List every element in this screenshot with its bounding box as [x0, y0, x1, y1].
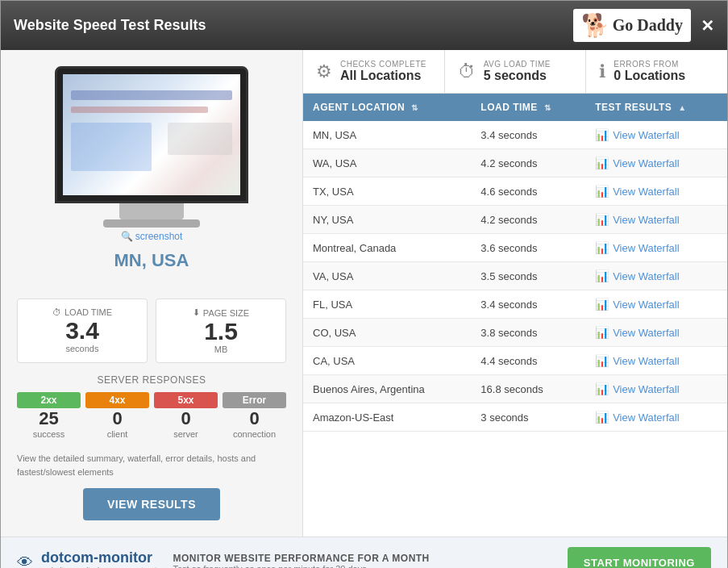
right-panel: ⚙ CHECKS COMPLETE All Locations ⏱ AVG LO…: [303, 50, 727, 537]
title-bar-right: 🐕 Go Daddy ✕: [573, 9, 714, 42]
window-title: Website Speed Test Results: [14, 17, 206, 34]
cell-waterfall: 📊 View Waterfall: [585, 403, 727, 432]
avg-load-item: ⏱ AVG LOAD TIME 5 seconds: [445, 50, 587, 93]
brand-name: dotcom-monitor: [41, 549, 156, 567]
content-area: 🔍 screenshot MN, USA ⏱ LOAD TIME 3.4 sec…: [1, 50, 727, 537]
errors-item: ℹ ERRORS FROM 0 Locations: [586, 50, 727, 93]
monitor-screen-frame: [55, 66, 248, 203]
bar-chart-icon: 📊: [595, 157, 609, 169]
server-responses-title: SERVER RESPONSES: [17, 374, 286, 386]
col-test-results[interactable]: TEST RESULTS ▲: [585, 94, 727, 121]
code-column: Error 0 connection: [223, 392, 286, 439]
cell-waterfall: 📊 View Waterfall: [585, 234, 727, 262]
code-name: client: [85, 429, 149, 439]
cell-load-time: 3.8 seconds: [471, 319, 585, 347]
code-badge: 2xx: [17, 392, 81, 408]
results-table-container: AGENT LOCATION ⇅ LOAD TIME ⇅ TEST RESULT…: [303, 94, 727, 537]
bar-chart-icon: 📊: [595, 185, 609, 198]
code-column: 5xx 0 server: [154, 392, 218, 439]
avg-load-text: AVG LOAD TIME 5 seconds: [484, 60, 551, 83]
cell-load-time: 4.2 seconds: [471, 149, 585, 178]
load-time-unit: seconds: [26, 344, 139, 353]
waterfall-link[interactable]: 📊 View Waterfall: [595, 185, 718, 198]
cell-location: VA, USA: [303, 262, 471, 290]
response-codes-row: 2xx 25 success 4xx 0 client 5xx 0 server…: [17, 392, 286, 439]
description-text: View the detailed summary, waterfall, er…: [1, 442, 302, 488]
left-panel: 🔍 screenshot MN, USA ⏱ LOAD TIME 3.4 sec…: [1, 50, 303, 537]
cell-location: Buenos Aires, Argentina: [303, 375, 471, 403]
start-monitoring-button[interactable]: START MONITORING: [568, 547, 711, 568]
waterfall-link[interactable]: 📊 View Waterfall: [595, 269, 718, 282]
cell-load-time: 3.6 seconds: [471, 234, 585, 262]
sort-icon-loadtime: ⇅: [544, 103, 551, 112]
cell-location: FL, USA: [303, 290, 471, 319]
screenshot-link-text[interactable]: screenshot: [135, 231, 183, 242]
monitor-mockup: [55, 66, 248, 228]
screen-element-3: [71, 123, 152, 171]
screenshot-link[interactable]: 🔍 screenshot: [121, 231, 183, 242]
screen-element-4: [168, 123, 232, 155]
cell-load-time: 3.4 seconds: [471, 290, 585, 319]
waterfall-link[interactable]: 📊 View Waterfall: [595, 326, 718, 339]
view-results-button[interactable]: VIEW RESULTS: [83, 488, 220, 520]
dotcom-logo: dotcom-monitor website monitoring you ca…: [41, 549, 156, 568]
checks-value: All Locations: [340, 69, 426, 83]
bar-chart-icon: 📊: [595, 241, 609, 254]
code-count: 25: [17, 408, 81, 429]
cell-location: Montreal, Canada: [303, 234, 471, 262]
cell-waterfall: 📊 View Waterfall: [585, 347, 727, 375]
download-icon: ⬇: [193, 307, 200, 318]
bar-chart-icon: 📊: [595, 382, 609, 395]
cell-waterfall: 📊 View Waterfall: [585, 262, 727, 290]
cell-load-time: 3 seconds: [471, 403, 585, 432]
waterfall-link[interactable]: 📊 View Waterfall: [595, 241, 718, 254]
bar-chart-icon: 📊: [595, 411, 609, 424]
waterfall-link[interactable]: 📊 View Waterfall: [595, 298, 718, 311]
cell-location: Amazon-US-East: [303, 403, 471, 432]
table-row: FL, USA 3.4 seconds 📊 View Waterfall: [303, 290, 727, 319]
col-agent-location[interactable]: AGENT LOCATION ⇅: [303, 94, 471, 121]
screenshot-area: 🔍 screenshot MN, USA: [1, 50, 302, 287]
cell-location: CA, USA: [303, 347, 471, 375]
metrics-row: ⏱ LOAD TIME 3.4 seconds ⬇ PAGE SIZE 1.5 …: [17, 299, 286, 363]
sort-icon-results: ▲: [678, 103, 686, 112]
table-header-row: AGENT LOCATION ⇅ LOAD TIME ⇅ TEST RESULT…: [303, 94, 727, 121]
close-button[interactable]: ✕: [701, 16, 714, 36]
waterfall-link[interactable]: 📊 View Waterfall: [595, 213, 718, 226]
load-time-value: 3.4: [26, 317, 139, 344]
code-count: 0: [154, 408, 218, 429]
table-row: Buenos Aires, Argentina 16.8 seconds 📊 V…: [303, 375, 727, 403]
code-name: connection: [223, 429, 286, 439]
code-count: 0: [85, 408, 149, 429]
godaddy-name: Go Daddy: [613, 16, 683, 35]
monitor-base: [103, 219, 200, 228]
checks-label: CHECKS COMPLETE: [340, 60, 426, 69]
footer-monitor-info: MONITOR WEBSITE PERFORMANCE FOR A MONTH …: [156, 553, 567, 569]
cell-location: WA, USA: [303, 149, 471, 178]
table-row: Montreal, Canada 3.6 seconds 📊 View Wate…: [303, 234, 727, 262]
waterfall-link[interactable]: 📊 View Waterfall: [595, 382, 718, 395]
code-badge: 5xx: [154, 392, 218, 408]
cell-load-time: 16.8 seconds: [471, 375, 585, 403]
waterfall-link[interactable]: 📊 View Waterfall: [595, 411, 718, 424]
waterfall-link[interactable]: 📊 View Waterfall: [595, 354, 718, 367]
monitor-subtitle: Test as frequently as once per minute fo…: [173, 564, 551, 569]
bar-chart-icon: 📊: [595, 213, 609, 226]
col-load-time[interactable]: LOAD TIME ⇅: [471, 94, 585, 121]
avg-load-label: AVG LOAD TIME: [484, 60, 551, 69]
waterfall-link[interactable]: 📊 View Waterfall: [595, 157, 718, 169]
main-window: Website Speed Test Results 🐕 Go Daddy ✕: [0, 0, 728, 568]
cell-waterfall: 📊 View Waterfall: [585, 178, 727, 206]
bar-chart-icon: 📊: [595, 269, 609, 282]
checks-text: CHECKS COMPLETE All Locations: [340, 60, 426, 83]
errors-label: ERRORS FROM: [614, 60, 685, 69]
cell-load-time: 4.6 seconds: [471, 178, 585, 206]
table-row: NY, USA 4.2 seconds 📊 View Waterfall: [303, 206, 727, 234]
waterfall-link[interactable]: 📊 View Waterfall: [595, 128, 718, 141]
cell-location: CO, USA: [303, 319, 471, 347]
page-size-box: ⬇ PAGE SIZE 1.5 MB: [156, 299, 286, 363]
errors-text: ERRORS FROM 0 Locations: [614, 60, 685, 83]
godaddy-icon: 🐕: [581, 12, 609, 39]
code-column: 2xx 25 success: [17, 392, 81, 439]
server-responses-section: SERVER RESPONSES 2xx 25 success 4xx 0 cl…: [1, 374, 302, 439]
